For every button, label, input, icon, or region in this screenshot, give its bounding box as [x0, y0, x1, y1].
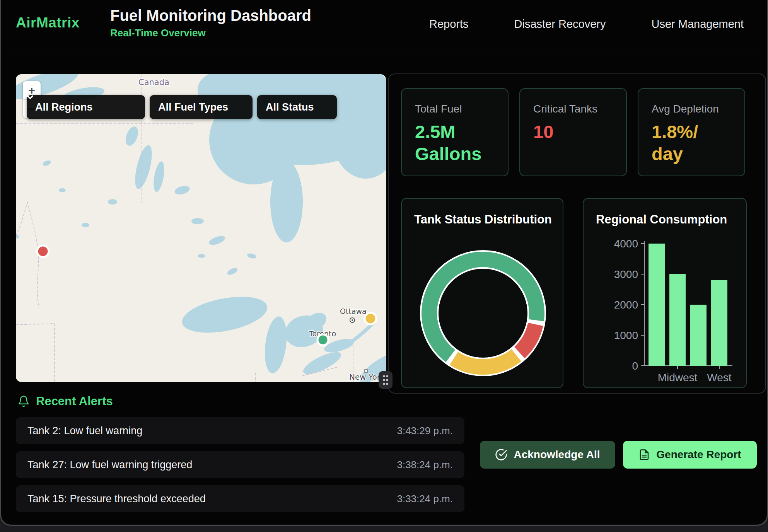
- alert-message: Tank 27: Low fuel warning triggered: [27, 459, 192, 471]
- dashboard-window: AirMatrix Fuel Monitoring Dashboard Real…: [0, 0, 768, 526]
- svg-text:2000: 2000: [614, 299, 638, 311]
- ottawa-town-dot-icon: [352, 319, 353, 321]
- alert-row[interactable]: Tank 15: Pressure threshold exceeded 3:3…: [16, 485, 464, 512]
- fuel-types-filter-value: All Fuel Types: [158, 101, 228, 113]
- alert-timestamp: 3:38:24 p.m.: [397, 459, 453, 471]
- svg-text:Midwest: Midwest: [658, 372, 698, 384]
- svg-text:1000: 1000: [614, 329, 638, 341]
- svg-text:0: 0: [632, 360, 638, 372]
- map-filter-bar: All Regions All Fuel Types All Status: [27, 95, 337, 119]
- alert-timestamp: 3:33:24 p.m.: [397, 493, 453, 505]
- svg-text:3000: 3000: [614, 268, 638, 280]
- alerts-header: Recent Alerts: [17, 394, 113, 408]
- page-subtitle: Real-Time Overview: [110, 27, 311, 39]
- tank-marker-warning[interactable]: [365, 313, 376, 324]
- town-square-icon: [365, 370, 367, 372]
- grip-dots-icon: [382, 375, 389, 385]
- avg-depletion-value: 1.8%/ day: [652, 121, 744, 165]
- map-label-canada: Canada: [138, 78, 169, 87]
- critical-tanks-card: Critical Tanks 10: [519, 88, 627, 176]
- alerts-title: Recent Alerts: [36, 394, 113, 408]
- bell-icon: [17, 394, 30, 408]
- generate-report-label: Generate Report: [656, 448, 741, 461]
- total-fuel-value: 2.5M Gallons: [415, 121, 508, 165]
- regional-consumption-chart: 01000200030004000MidwestWest: [584, 199, 746, 387]
- page-title: Fuel Monitoring Dashboard: [110, 6, 311, 25]
- acknowledge-all-label: Acknowledge All: [514, 448, 600, 461]
- nav-item-reports[interactable]: Reports: [429, 18, 469, 31]
- map-canvas[interactable]: Canada Ottawa Toronto New York: [16, 74, 386, 382]
- map-label-ottawa: Ottawa: [340, 307, 367, 315]
- alert-message: Tank 15: Pressure threshold exceeded: [27, 493, 206, 505]
- alert-row[interactable]: Tank 2: Low fuel warning 3:43:29 p.m.: [16, 417, 464, 444]
- regions-filter-value: All Regions: [35, 101, 93, 113]
- status-filter-value: All Status: [266, 101, 314, 113]
- acknowledge-all-button[interactable]: Acknowledge All: [480, 441, 615, 469]
- total-fuel-card: Total Fuel 2.5M Gallons: [401, 88, 509, 176]
- svg-text:4000: 4000: [614, 238, 638, 250]
- nav-item-disaster-recovery[interactable]: Disaster Recovery: [514, 18, 606, 31]
- file-text-icon: [638, 448, 650, 461]
- main-nav: Reports Disaster Recovery User Managemen…: [429, 0, 744, 48]
- chevron-down-icon: [27, 95, 34, 99]
- title-block: Fuel Monitoring Dashboard Real-Time Over…: [110, 6, 311, 39]
- svg-text:West: West: [707, 372, 731, 384]
- check-circle-icon: [495, 448, 507, 461]
- critical-tanks-label: Critical Tanks: [533, 103, 626, 115]
- tank-status-donut: [402, 199, 563, 387]
- tank-marker-normal[interactable]: [317, 334, 328, 345]
- regions-filter-dropdown[interactable]: All Regions: [27, 95, 145, 119]
- critical-tanks-value: 10: [533, 121, 626, 143]
- avg-depletion-card: Avg Depletion 1.8%/ day: [638, 88, 745, 176]
- alert-timestamp: 3:43:29 p.m.: [397, 425, 453, 437]
- header-bar: AirMatrix Fuel Monitoring Dashboard Real…: [1, 0, 767, 48]
- brand-logo: AirMatrix: [16, 15, 80, 31]
- regional-consumption-card: Regional Consumption 01000200030004000Mi…: [583, 198, 747, 388]
- total-fuel-label: Total Fuel: [415, 103, 508, 115]
- alert-row[interactable]: Tank 27: Low fuel warning triggered 3:38…: [16, 451, 464, 478]
- map-resize-handle[interactable]: [379, 371, 393, 389]
- avg-depletion-label: Avg Depletion: [652, 103, 744, 115]
- status-filter-dropdown[interactable]: All Status: [257, 95, 337, 119]
- nav-item-user-management[interactable]: User Management: [651, 18, 744, 31]
- alert-message: Tank 2: Low fuel warning: [27, 425, 142, 437]
- tank-map[interactable]: Canada Ottawa Toronto New York + − All R…: [16, 74, 386, 382]
- fuel-types-filter-dropdown[interactable]: All Fuel Types: [150, 95, 253, 119]
- metrics-panel: Total Fuel 2.5M Gallons Critical Tanks 1…: [388, 73, 766, 394]
- generate-report-button[interactable]: Generate Report: [623, 441, 757, 469]
- tank-marker-critical[interactable]: [37, 246, 49, 257]
- tank-status-card: Tank Status Distribution: [401, 198, 563, 388]
